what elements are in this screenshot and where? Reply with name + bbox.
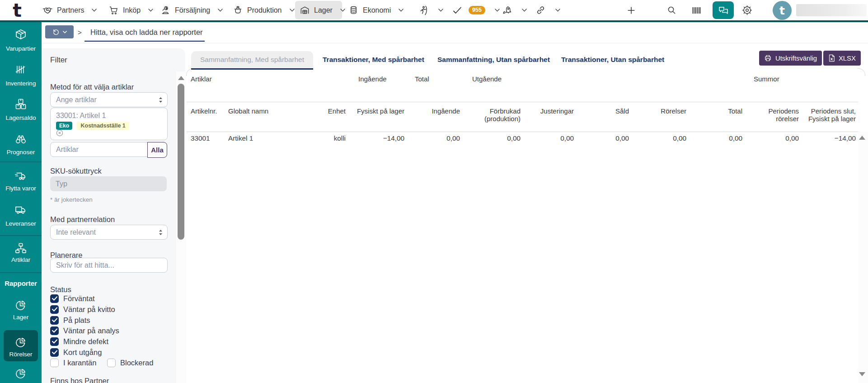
active-tab-underline [191, 68, 313, 70]
print-button[interactable]: Utskriftsvänlig [759, 51, 822, 66]
alla-button[interactable]: Alla [147, 142, 167, 158]
sidebar-item-varupartier[interactable]: Varupartier [0, 45, 42, 52]
chat-button[interactable] [713, 1, 734, 19]
status-option-vantar-kvitto[interactable]: Väntar på kvitto [50, 304, 115, 314]
partner-select[interactable]: Inte relevant [50, 225, 168, 240]
nav-ekonomi[interactable]: Ekonomi [348, 0, 404, 20]
partner-select-value: Inte relevant [56, 228, 96, 236]
checkbox-i-karantan[interactable] [50, 359, 59, 367]
checkbox-vantar-analys[interactable] [50, 326, 59, 335]
tab-sammanfattning-utan[interactable]: Sammanfattning, Utan spårbarhet [437, 51, 550, 68]
truck-icon[interactable] [0, 203, 42, 216]
col-periodens-slut[interactable]: Periodens slut, Fysiskt på lager [802, 107, 856, 123]
checkbox-forvantat[interactable] [50, 294, 59, 303]
pie-chart-icon[interactable] [0, 367, 42, 380]
package-icon[interactable] [0, 28, 42, 41]
status-option-kort-utgang[interactable]: Kort utgång [50, 347, 102, 357]
selected-article-name: 33001: Artikel 1 [56, 112, 162, 120]
chevron-down-icon [399, 9, 404, 12]
col-sald[interactable]: Såld [575, 107, 629, 115]
sku-input[interactable]: Typ [50, 176, 167, 191]
sidebar-item-lagersaldo[interactable]: Lagersaldo [0, 114, 42, 121]
sidebar-item-inventering[interactable]: Inventering [0, 80, 42, 87]
remove-article-icon[interactable] [56, 129, 162, 137]
col-justeringar[interactable]: Justeringar [520, 107, 574, 115]
pot-icon [233, 5, 243, 15]
col-total[interactable]: Total [688, 107, 742, 115]
cell-artikelnr[interactable]: 33001 [191, 134, 210, 142]
sidebar-item-leveranser[interactable]: Leveranser [0, 220, 42, 227]
settings-button[interactable] [741, 0, 753, 20]
col-periodens-rorelser[interactable]: Periodens rörelser [745, 107, 799, 123]
chevron-down-icon [148, 9, 153, 12]
checkbox-mindre-defekt[interactable] [50, 337, 59, 346]
add-button[interactable] [626, 0, 636, 20]
article-search-input[interactable]: Artiklar [50, 142, 148, 157]
table-scrollbar-up-arrow[interactable] [859, 136, 865, 140]
sitemap-icon[interactable] [0, 242, 42, 255]
nav-rocket[interactable] [502, 0, 527, 20]
truck-fast-icon[interactable] [0, 170, 42, 182]
status-option-pa-plats[interactable]: På plats [50, 315, 90, 325]
breadcrumb-title[interactable]: Hitta, visa och ladda ner rapporter [90, 26, 203, 39]
app-logo[interactable]: t [9, 0, 25, 20]
sidebar-item-artiklar[interactable]: Artiklar [0, 256, 42, 263]
nav-partners[interactable]: Partners [42, 0, 97, 20]
nav-runner[interactable] [418, 0, 443, 20]
status-option-mindre-defekt[interactable]: Mindre defekt [50, 336, 108, 346]
sidebar-section-rapporter: Rapporter [0, 279, 42, 287]
col-forbrukad[interactable]: Förbrukad (produktion) [466, 107, 521, 123]
status-option-forvantat[interactable]: Förväntat [50, 293, 95, 303]
pie-chart-icon[interactable] [0, 336, 42, 349]
search-button[interactable] [666, 0, 677, 20]
method-label: Metod för att välja artiklar [50, 83, 134, 91]
nav-lager[interactable]: Lager [300, 0, 345, 20]
sidebar-item-prognoser[interactable]: Prognoser [0, 149, 42, 156]
nav-links[interactable] [535, 0, 560, 20]
col-artikelnr[interactable]: Artikelnr. [191, 107, 217, 115]
boxes-icon[interactable] [0, 98, 42, 110]
planner-input[interactable]: Skriv för att hitta... [50, 258, 168, 273]
checkbox-kort-utgang[interactable] [50, 348, 59, 357]
barcode-button[interactable] [691, 0, 702, 20]
tab-transaktioner-utan[interactable]: Transaktioner, Utan spårbarhet [561, 51, 664, 68]
col-enhet[interactable]: Enhet [291, 107, 346, 115]
checkbox-pa-plats[interactable] [50, 316, 59, 325]
status-option-vantar-analys[interactable]: Väntar på analys [50, 326, 119, 336]
nav-tasks[interactable]: 955 [452, 0, 500, 20]
tab-transaktioner-med[interactable]: Transaktioner, Med spårbarhet [323, 51, 424, 68]
history-button[interactable] [45, 25, 74, 38]
status-option-i-karantan[interactable]: I karantän [50, 358, 96, 368]
sidebar-item-rorelser-rapport[interactable]: Rörelser [0, 351, 42, 358]
nav-forsaljning[interactable]: Försäljning [160, 0, 223, 20]
nav-partners-label: Partners [57, 6, 84, 14]
filter-scrollbar-thumb[interactable] [178, 84, 184, 240]
col-rorelser[interactable]: Rörelser [632, 107, 686, 115]
sidebar-item-flytta-varor[interactable]: Flytta varor [0, 185, 42, 192]
filter-scrollbar-up-arrow[interactable] [178, 76, 184, 80]
nav-produktion[interactable]: Produktion [233, 0, 295, 20]
selected-article-box: 33001: Artikel 1 Eko Kostnadsställe 1 [50, 108, 168, 140]
cell-ingaende: 0,00 [406, 134, 460, 142]
table-scrollbar-down-arrow[interactable] [859, 372, 865, 376]
tab-sammanfattning-med[interactable]: Sammanfattning, Med spårbarhet [191, 51, 313, 68]
status-label: Status [50, 285, 71, 294]
chat-bubbles-icon [718, 5, 729, 16]
binoculars-icon[interactable] [0, 133, 42, 146]
xlsx-button[interactable]: XLSX [823, 51, 861, 66]
tally-icon[interactable] [0, 63, 42, 76]
nav-inkop[interactable]: Inköp [108, 0, 153, 20]
method-select[interactable]: Ange artiklar [50, 92, 168, 107]
checkbox-blockerad[interactable] [107, 359, 116, 367]
pie-chart-icon[interactable] [0, 299, 42, 312]
print-button-label: Utskriftsvänlig [775, 55, 817, 62]
col-globalt-namn[interactable]: Globalt namn [228, 107, 268, 115]
checkbox-vantar-kvitto[interactable] [50, 305, 59, 314]
col-ingaende[interactable]: Ingående [406, 107, 460, 115]
cell-total: 0,00 [688, 134, 742, 142]
sidebar-item-lager-rapport[interactable]: Lager [0, 314, 42, 321]
col-fysiskt-pa-lager[interactable]: Fysiskt på lager [350, 107, 404, 115]
status-option-blockerad[interactable]: Blockerad [107, 358, 153, 368]
table-scrollbar-track[interactable] [858, 132, 868, 383]
avatar[interactable]: t [773, 1, 792, 20]
